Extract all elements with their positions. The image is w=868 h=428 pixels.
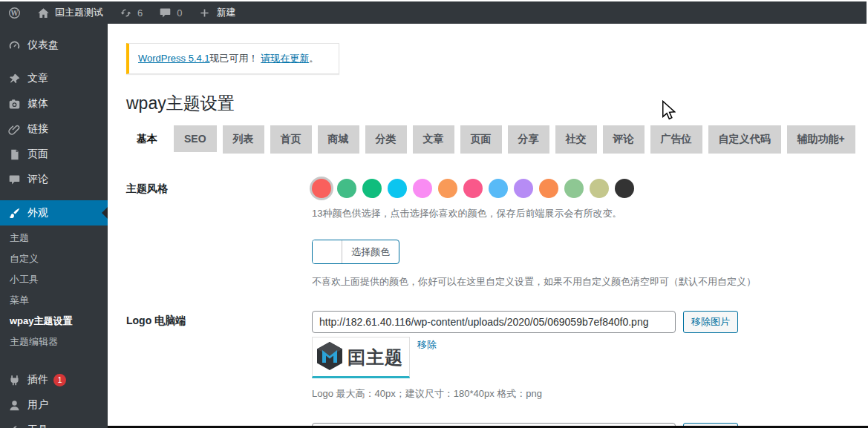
theme-color-swatch-6[interactable] [463, 179, 483, 198]
sidebar-item-label: 插件 [27, 373, 48, 386]
logo-pc-label: Logo 电脑端 [126, 311, 312, 401]
sidebar-item-label: 工具 [27, 424, 48, 428]
wordpress-version-link[interactable]: WordPress 5.4.1 [138, 53, 210, 64]
updates-menu[interactable]: 6 [111, 1, 151, 24]
sidebar-item-label: 仪表盘 [27, 39, 59, 52]
logo-pc-row: Logo 电脑端 移除图片 [126, 311, 868, 401]
update-now-link[interactable]: 请现在更新 [261, 53, 309, 64]
wordpress-logo-icon: W [8, 7, 21, 19]
svg-text:W: W [10, 9, 19, 16]
person-icon [7, 399, 21, 412]
theme-color-palette [312, 179, 868, 198]
sidebar-item-posts[interactable]: 文章 [0, 66, 108, 91]
tab-page[interactable]: 页面 [460, 125, 502, 154]
tab-accessibility[interactable]: 辅助功能+ [787, 125, 855, 154]
sidebar-item-label: 文章 [27, 72, 48, 85]
sidebar-item-media[interactable]: 媒体 [0, 91, 108, 116]
tab-social[interactable]: 社交 [555, 125, 597, 154]
theme-style-row: 主题风格 13种颜色供选择，点击选择你喜欢的颜色，保存后前端展示会有所改变。 选… [126, 179, 868, 289]
pushpin-icon [7, 73, 21, 85]
sidebar-item-appearance[interactable]: 外观 [0, 200, 108, 225]
admin-sidebar: 仪表盘文章媒体链接页面评论外观主题自定义小工具菜单wpay主题设置主题编辑器插件… [0, 24, 108, 428]
comment-bubble-icon [7, 174, 21, 186]
tab-seo[interactable]: SEO [174, 125, 217, 152]
submenu-item-wpay-settings[interactable]: wpay主题设置 [0, 311, 108, 332]
main-content: WordPress 5.4.1现已可用！ 请现在更新。 wpay主题设置 基本S… [108, 24, 868, 428]
notice-text: 现已可用！ [210, 53, 258, 64]
logo-pc-remove-link[interactable]: 移除 [417, 337, 437, 352]
tab-custom-code[interactable]: 自定义代码 [708, 125, 781, 154]
sidebar-item-comments[interactable]: 评论 [0, 167, 108, 192]
logo-pc-url-input[interactable] [312, 311, 676, 333]
tab-ads[interactable]: 广告位 [650, 125, 702, 154]
sidebar-item-dashboard[interactable]: 仪表盘 [0, 33, 108, 58]
tab-home[interactable]: 首页 [270, 125, 312, 154]
theme-color-swatch-3[interactable] [388, 179, 407, 198]
paperclip-icon [7, 123, 21, 136]
theme-color-swatch-1[interactable] [337, 179, 356, 198]
comment-count: 0 [177, 7, 182, 19]
tab-article[interactable]: 文章 [413, 125, 454, 154]
admin-bar: W 囯主题测试 6 0 新建 [0, 1, 867, 24]
theme-color-swatch-8[interactable] [514, 179, 533, 198]
theme-color-swatch-9[interactable] [539, 179, 558, 198]
appearance-submenu: 主题自定义小工具菜单wpay主题设置主题编辑器 [0, 225, 108, 359]
sidebar-item-label: 外观 [27, 206, 48, 220]
home-icon [37, 7, 50, 19]
submenu-item-customize[interactable]: 自定义 [0, 248, 108, 269]
submenu-item-widgets[interactable]: 小工具 [0, 269, 108, 290]
site-name-menu[interactable]: 囯主题测试 [29, 1, 111, 24]
comments-menu[interactable]: 0 [151, 1, 190, 24]
theme-color-swatch-0[interactable] [312, 179, 331, 198]
tab-category[interactable]: 分类 [365, 125, 407, 154]
document-icon [7, 148, 21, 161]
notice-period: 。 [309, 53, 319, 64]
custom-color-hint: 不喜欢上面提供的颜色，你好可以在这里自定义设置，如果不用自定义颜色清空即可（默认… [312, 275, 868, 289]
sidebar-item-plugins[interactable]: 插件1 [0, 367, 108, 392]
update-count: 6 [137, 7, 143, 19]
submenu-item-menus[interactable]: 菜单 [0, 290, 108, 311]
theme-color-swatch-10[interactable] [564, 179, 584, 198]
tab-basic[interactable]: 基本 [126, 125, 168, 157]
logo-pc-preview: 囯主题 [312, 337, 410, 378]
theme-color-swatch-11[interactable] [590, 179, 609, 198]
submenu-item-theme-editor[interactable]: 主题编辑器 [0, 332, 108, 352]
submenu-item-themes[interactable]: 主题 [0, 228, 108, 248]
theme-color-swatch-5[interactable] [438, 179, 457, 198]
tab-list[interactable]: 列表 [223, 125, 264, 154]
sidebar-item-users[interactable]: 用户 [0, 392, 108, 418]
wordpress-logo-menu[interactable]: W [0, 1, 29, 24]
sidebar-item-label: 页面 [27, 148, 48, 161]
tab-comment[interactable]: 评论 [603, 125, 645, 154]
page-title: wpay主题设置 [126, 92, 868, 115]
sidebar-item-links[interactable]: 链接 [0, 116, 108, 142]
theme-style-label: 主题风格 [126, 179, 312, 289]
sidebar-item-label: 媒体 [27, 97, 48, 111]
sidebar-item-tools[interactable]: 工具 [0, 418, 108, 428]
dashboard-icon [7, 39, 21, 52]
tab-mall[interactable]: 商城 [318, 125, 359, 154]
logo-pc-remove-button[interactable]: 移除图片 [683, 311, 738, 333]
update-notice: WordPress 5.4.1现已可用！ 请现在更新。 [126, 43, 339, 74]
color-picker-label: 选择颜色 [342, 240, 399, 263]
new-content-menu[interactable]: 新建 [190, 1, 244, 24]
site-name: 囯主题测试 [55, 6, 103, 19]
logo-text: 囯主题 [347, 346, 403, 369]
custom-color-picker-button[interactable]: 选择颜色 [312, 240, 399, 264]
sidebar-item-pages[interactable]: 页面 [0, 142, 108, 167]
update-icon [120, 7, 132, 19]
plugin-update-badge: 1 [53, 374, 66, 386]
theme-color-swatch-7[interactable] [489, 179, 508, 198]
settings-form: 主题风格 13种颜色供选择，点击选择你喜欢的颜色，保存后前端展示会有所改变。 选… [126, 179, 868, 428]
theme-color-swatch-12[interactable] [615, 179, 634, 198]
new-label: 新建 [216, 6, 235, 19]
theme-color-swatch-2[interactable] [362, 179, 382, 198]
theme-style-hint: 13种颜色供选择，点击选择你喜欢的颜色，保存后前端展示会有所改变。 [312, 207, 868, 220]
sidebar-item-label: 评论 [27, 173, 48, 186]
hexagon-m-logo-icon [317, 342, 342, 373]
theme-color-swatch-4[interactable] [413, 179, 432, 198]
comment-bubble-icon [159, 7, 172, 19]
brush-icon [7, 207, 21, 220]
sidebar-item-label: 链接 [27, 122, 48, 136]
tab-share[interactable]: 分享 [508, 125, 549, 154]
